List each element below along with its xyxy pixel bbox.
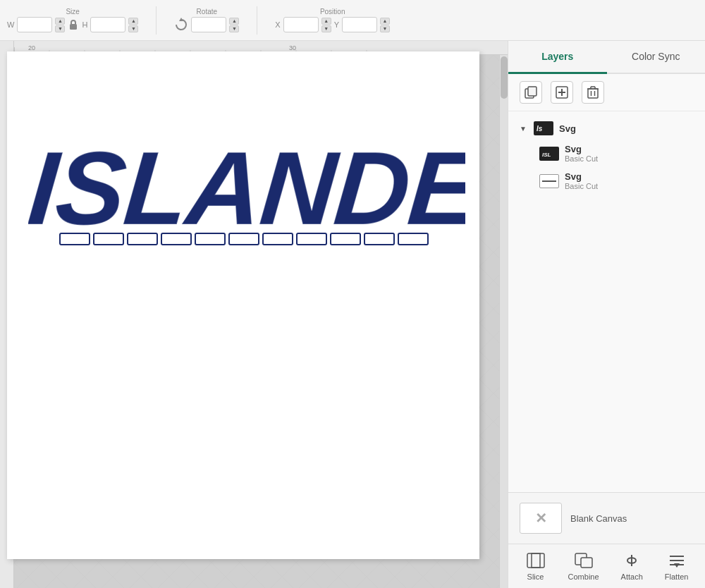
layer-sub-1: Basic Cut (565, 154, 598, 163)
width-up[interactable]: ▲ (55, 18, 65, 25)
layer-group-name: Svg (559, 123, 576, 134)
slice-label: Slice (527, 572, 544, 581)
blank-canvas-thumb: ✕ (520, 503, 562, 534)
add-icon-btn[interactable] (551, 81, 573, 104)
y-label: Y (334, 20, 339, 29)
islanders-logo: ISLANDERS ISLANDERS (28, 115, 465, 256)
delete-icon-btn[interactable] (582, 81, 604, 104)
toolbar: Size W ▲ ▼ H ▲ ▼ Rotate (0, 0, 705, 41)
canvas-area[interactable]: 20 30 (0, 41, 508, 588)
lock-icon[interactable] (68, 19, 79, 30)
rotate-label: Rotate (197, 8, 217, 16)
layer-thumb-2 (539, 174, 559, 188)
rotate-input[interactable] (191, 17, 226, 32)
svg-text:ISL: ISL (542, 152, 551, 158)
rotate-spinners: ▲ ▼ (229, 18, 239, 32)
svg-rect-52 (581, 558, 592, 568)
tab-layers[interactable]: Layers (508, 41, 607, 74)
flatten-button[interactable]: Flatten (665, 551, 689, 581)
panel-actions: Slice Combine (508, 544, 705, 588)
y-up[interactable]: ▲ (380, 18, 390, 25)
combine-icon (573, 551, 594, 570)
combine-button[interactable]: Combine (568, 551, 599, 581)
svg-text:Is: Is (537, 125, 543, 133)
y-down[interactable]: ▼ (380, 25, 390, 32)
divider-1 (156, 6, 157, 35)
blank-canvas-x-icon: ✕ (535, 510, 547, 527)
svg-rect-36 (528, 87, 537, 96)
attach-icon (621, 551, 642, 570)
svg-rect-0 (70, 24, 77, 30)
position-inputs: X ▲ ▼ Y ▲ ▼ (275, 17, 390, 32)
flatten-label: Flatten (665, 572, 689, 581)
width-label: W (7, 20, 14, 29)
copy-icon (525, 86, 537, 99)
right-panel: Layers Color Sync (508, 41, 705, 588)
width-down[interactable]: ▼ (55, 25, 65, 32)
blank-canvas-label: Blank Canvas (570, 513, 627, 524)
flatten-icon (666, 551, 687, 570)
y-spinners: ▲ ▼ (380, 18, 390, 32)
x-up[interactable]: ▲ (321, 18, 331, 25)
panel-bottom: ✕ Blank Canvas (508, 492, 705, 544)
x-label: X (275, 20, 280, 29)
layer-info-2: Svg Basic Cut (565, 171, 598, 190)
canvas-mat: ISLANDERS ISLANDERS (7, 51, 479, 559)
svg-rect-50 (532, 553, 540, 568)
x-spinners: ▲ ▼ (321, 18, 331, 32)
attach-label: Attach (621, 572, 643, 581)
rotate-group: Rotate ▲ ▼ (174, 8, 239, 32)
copy-icon-btn[interactable] (520, 81, 542, 104)
rotate-up[interactable]: ▲ (229, 18, 239, 25)
layer-group-svg: ▼ Is Svg (508, 117, 705, 195)
layer-chevron: ▼ (520, 125, 528, 133)
x-input[interactable] (283, 17, 319, 32)
height-input[interactable] (90, 17, 125, 32)
tab-color-sync[interactable]: Color Sync (607, 41, 706, 74)
svg-text:20: 20 (28, 44, 35, 51)
layer-name-1: Svg (565, 144, 598, 154)
layer-thumb-1: ISL (539, 147, 559, 161)
divider-2 (257, 6, 257, 35)
height-up[interactable]: ▲ (128, 18, 138, 25)
height-spinners: ▲ ▼ (128, 18, 138, 32)
rotate-inputs: ▲ ▼ (174, 17, 239, 32)
height-down[interactable]: ▼ (128, 25, 138, 32)
y-input[interactable] (342, 17, 377, 32)
x-down[interactable]: ▼ (321, 25, 331, 32)
main-area: 20 30 (0, 41, 705, 588)
svg-text:ISLANDERS: ISLANDERS (28, 130, 465, 246)
delete-icon (587, 86, 599, 99)
size-group: Size W ▲ ▼ H ▲ ▼ (7, 8, 138, 32)
scrollbar-vertical[interactable] (499, 55, 508, 588)
height-label: H (82, 20, 87, 29)
svg-text:30: 30 (289, 44, 296, 51)
layer-item-svg-2[interactable]: Svg Basic Cut (528, 167, 705, 195)
svg-rect-49 (527, 553, 544, 568)
position-group: Position X ▲ ▼ Y ▲ ▼ (275, 8, 390, 32)
size-inputs: W ▲ ▼ H ▲ ▼ (7, 17, 138, 32)
svg-rect-40 (588, 89, 598, 98)
position-label: Position (320, 8, 345, 16)
slice-icon (525, 551, 546, 570)
attach-button[interactable]: Attach (621, 551, 643, 581)
panel-toolbar (508, 74, 705, 111)
islanders-svg: ISLANDERS ISLANDERS (28, 115, 465, 256)
panel-tabs: Layers Color Sync (508, 41, 705, 74)
layer-thumb-group: Is (534, 121, 553, 135)
width-input[interactable] (17, 17, 52, 32)
scrollbar-thumb[interactable] (501, 56, 508, 99)
combine-label: Combine (568, 572, 599, 581)
rotate-icon (174, 18, 188, 32)
add-icon (556, 86, 568, 99)
layers-list: ▼ Is Svg (508, 111, 705, 492)
slice-button[interactable]: Slice (525, 551, 546, 581)
layer-group-info: Svg (559, 123, 576, 134)
layer-item-svg-1[interactable]: ISL Svg Basic Cut (528, 140, 705, 167)
layer-name-2: Svg (565, 171, 598, 182)
layer-group-item[interactable]: ▼ Is Svg (508, 117, 705, 140)
layer-sub-2: Basic Cut (565, 182, 598, 190)
size-label: Size (66, 8, 79, 16)
rotate-down[interactable]: ▼ (229, 25, 239, 32)
layer-info-1: Svg Basic Cut (565, 144, 598, 163)
